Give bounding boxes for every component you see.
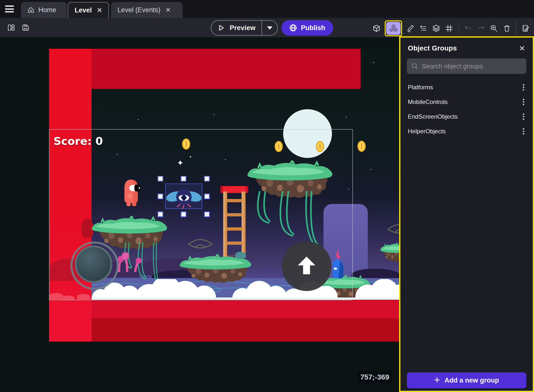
panel-title: Object Groups — [408, 44, 457, 52]
redo-icon — [477, 24, 485, 32]
cursor-coordinates-badge: 757;-369 — [357, 371, 392, 384]
group-row-endscreenobjects[interactable]: EndScreenObjects — [400, 109, 533, 124]
grid-icon — [445, 24, 453, 32]
trash-icon — [503, 24, 511, 32]
save-button[interactable] — [20, 20, 31, 35]
hamburger-menu-icon[interactable] — [5, 5, 15, 13]
preview-split-button: Preview — [211, 20, 278, 36]
play-icon — [218, 25, 225, 31]
kebab-menu-icon[interactable] — [520, 83, 527, 92]
preview-options-button[interactable] — [262, 21, 277, 35]
layout-panels-button[interactable] — [5, 20, 17, 35]
add-group-button[interactable]: + Add a new group — [407, 372, 526, 388]
delete-button[interactable] — [501, 21, 513, 36]
kebab-menu-icon[interactable] — [520, 127, 527, 136]
kebab-menu-icon[interactable] — [520, 112, 527, 121]
grid-button[interactable] — [443, 21, 455, 36]
object-groups-panel-button[interactable] — [386, 22, 401, 35]
objects-panel-button[interactable] — [371, 21, 382, 36]
tab-level[interactable]: Level ✕ — [68, 2, 109, 18]
group-list: Platforms MobileControls EndScreenObject… — [400, 80, 533, 139]
platform-object[interactable] — [380, 243, 399, 262]
jump-button-object[interactable] — [282, 241, 331, 291]
edit-document-icon — [522, 24, 530, 32]
panel-close-icon[interactable]: ✕ — [518, 44, 526, 52]
layers-button[interactable] — [430, 21, 442, 36]
home-icon — [27, 6, 34, 13]
globe-icon — [289, 24, 297, 32]
tab-home[interactable]: Home — [21, 2, 67, 18]
toolbar-divider — [458, 21, 459, 35]
annotation-highlight-box — [385, 20, 402, 36]
group-row-helperobjects[interactable]: HelperObjects — [400, 124, 533, 139]
kebab-menu-icon[interactable] — [520, 98, 527, 106]
instances-list-icon — [419, 24, 427, 32]
score-text-object[interactable]: Score: 0 — [53, 135, 103, 147]
redo-button[interactable] — [475, 21, 487, 36]
instances-list-button[interactable] — [418, 21, 429, 36]
preview-button-label: Preview — [230, 24, 256, 32]
tab-level-events-close-icon[interactable]: ✕ — [164, 6, 172, 14]
coin-object[interactable] — [357, 141, 366, 152]
up-arrow-icon — [294, 254, 319, 278]
tab-level-close-icon[interactable]: ✕ — [96, 6, 103, 14]
object-groups-panel: Object Groups ✕ Platforms MobileControls — [399, 36, 534, 392]
scene-properties-button[interactable] — [520, 21, 532, 36]
zoom-button[interactable] — [488, 21, 500, 36]
object-groups-icon — [389, 24, 398, 33]
red-wall-top[interactable] — [49, 49, 361, 89]
toolbar-divider — [516, 21, 517, 35]
panel-header: Object Groups ✕ — [400, 38, 533, 58]
tab-level-events[interactable]: Level (Events) ✕ — [111, 2, 183, 18]
group-row-platforms[interactable]: Platforms — [400, 80, 533, 95]
zoom-in-icon — [490, 24, 498, 32]
group-row-mobilecontrols[interactable]: MobileControls — [400, 95, 533, 109]
search-icon — [411, 63, 418, 70]
layers-icon — [432, 24, 440, 32]
tab-bar: Home Level ✕ Level (Events) ✕ — [0, 0, 534, 18]
publish-button[interactable]: Publish — [281, 20, 333, 36]
joystick-knob[interactable] — [75, 245, 112, 283]
search-input[interactable] — [422, 62, 522, 70]
tab-level-label: Level — [75, 6, 92, 14]
preview-button[interactable]: Preview — [211, 21, 262, 35]
pencil-icon — [406, 24, 414, 32]
eye-decoration — [386, 219, 399, 238]
publish-button-label: Publish — [301, 24, 325, 32]
add-group-button-label: Add a new group — [444, 377, 499, 384]
cube-icon — [373, 24, 380, 32]
edit-mode-button[interactable] — [405, 21, 416, 36]
chevron-down-icon — [267, 26, 272, 30]
undo-button[interactable] — [462, 21, 474, 36]
toolbar: Preview Publish — [0, 18, 534, 37]
game-scene: ✦ — [49, 49, 399, 342]
undo-icon — [464, 24, 472, 32]
save-icon — [22, 24, 30, 32]
tab-home-label: Home — [38, 6, 56, 14]
red-ground-object[interactable] — [92, 318, 399, 342]
tab-level-events-label: Level (Events) — [117, 6, 160, 14]
game-editor-window: Home Level ✕ Level (Events) ✕ — [0, 0, 534, 392]
red-ground-object[interactable] — [92, 300, 399, 318]
search-box[interactable] — [407, 58, 526, 74]
layout-panels-icon — [7, 24, 15, 32]
